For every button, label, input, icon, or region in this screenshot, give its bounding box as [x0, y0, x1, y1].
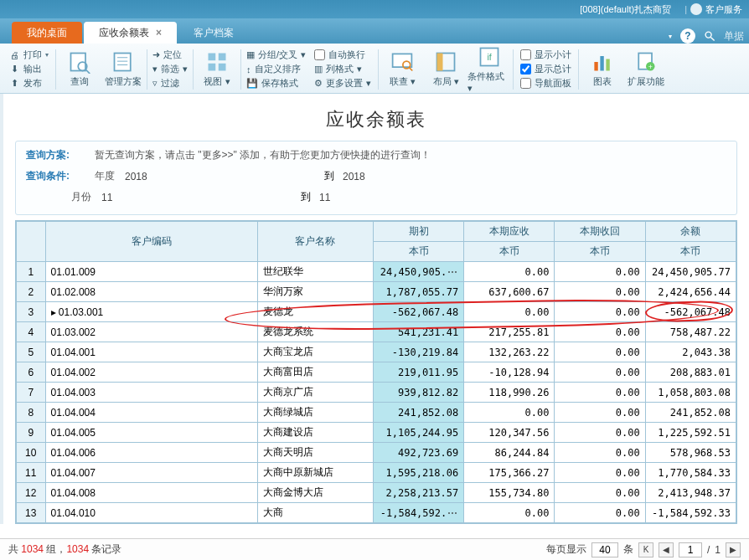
cell-code: 01.04.002: [45, 362, 257, 383]
filter-button[interactable]: ▾筛选▾: [152, 63, 188, 75]
cell-ys: 155,734.80: [464, 483, 555, 503]
cond-format-button[interactable]: if 条件格式 ▾: [467, 45, 511, 94]
group-cross-button[interactable]: ▦分组/交叉▾: [246, 49, 306, 61]
table-row[interactable]: 401.03.002麦德龙系统541,231.41217,255.810.007…: [17, 322, 736, 342]
svg-rect-17: [437, 54, 443, 71]
cell-code: 01.02.008: [45, 282, 257, 302]
extend-icon: +: [634, 50, 658, 74]
save-layout-button[interactable]: 💾保存格式: [246, 77, 306, 90]
chart-button[interactable]: 图表: [581, 50, 624, 88]
publish-icon: ⬆: [8, 78, 20, 90]
cell-sh: 0.00: [555, 443, 645, 463]
tab-ar-balance[interactable]: 应收余额表×: [84, 22, 177, 44]
cell-code: 01.04.003: [45, 383, 257, 403]
lookup-button[interactable]: 联查 ▾: [380, 50, 424, 88]
cell-ys: 0.00: [464, 403, 555, 423]
cell-ys: 132,263.22: [464, 342, 555, 362]
col-benqi-sh[interactable]: 本期收回: [555, 222, 645, 242]
publish-button[interactable]: ⬆发布: [8, 77, 49, 90]
table-row[interactable]: 1101.04.007大商中原新城店1,595,218.06175,366.27…: [17, 463, 736, 483]
cell-qichu: 1,595,218.06: [374, 463, 464, 483]
table-row[interactable]: 601.04.002大商富田店219,011.95-10,128.940.002…: [17, 362, 736, 383]
chart-icon: [591, 50, 614, 74]
col-qichu[interactable]: 期初: [374, 222, 464, 242]
table-row[interactable]: 3▸ 01.03.001麦德龙-562,067.480.000.00-562,0…: [17, 302, 736, 322]
manage-plan-button[interactable]: 管理方案: [101, 50, 145, 88]
cell-qichu: 939,812.82: [374, 383, 464, 403]
locate-button[interactable]: ➜定位: [152, 49, 188, 61]
row-number: 8: [17, 403, 46, 423]
data-grid[interactable]: 客户编码 客户名称 期初 本期应收 本期收回 余额 本币 本币 本币 本币 10…: [15, 220, 737, 524]
svg-text:if: if: [487, 52, 491, 62]
custom-sort-button[interactable]: ↕自定义排序: [246, 63, 306, 75]
row-number: 5: [17, 342, 46, 362]
year-to[interactable]: 2018: [343, 171, 393, 182]
printer-icon: 🖨: [8, 49, 20, 61]
search-icon[interactable]: [704, 30, 715, 42]
ribbon-toolbar: 🖨打印▾ ⬇输出 ⬆发布 查询 管理方案 ➜定位 ▾筛选▾ ▿过滤 视图 ▾ ▦…: [0, 44, 749, 94]
cell-yue: 1,225,592.51: [645, 423, 736, 443]
cell-ys: 118,990.26: [464, 383, 555, 403]
table-row[interactable]: 501.04.001大商宝龙店-130,219.84132,263.220.00…: [17, 342, 736, 362]
save-icon: 💾: [246, 78, 258, 89]
export-button[interactable]: ⬇输出: [8, 63, 49, 75]
col-code[interactable]: 客户编码: [45, 222, 257, 262]
funnel-clear-icon: ▿: [152, 78, 158, 89]
table-row[interactable]: 101.01.009世纪联华24,450,905.⋯0.000.0024,450…: [17, 262, 736, 282]
table-row[interactable]: 701.04.003大商京广店939,812.82118,990.260.001…: [17, 383, 736, 403]
cell-sh: 0.00: [555, 463, 645, 483]
prev-page-button[interactable]: ◀: [659, 542, 674, 557]
show-total-checkbox[interactable]: 显示总计: [520, 63, 571, 75]
title-bar: [008](default)扎杰商贸 | 客户服务: [0, 0, 749, 18]
view-button[interactable]: 视图 ▾: [195, 50, 239, 88]
extend-button[interactable]: + 扩展功能: [624, 50, 668, 88]
table-row[interactable]: 201.02.008华润万家1,787,055.77637,600.670.00…: [17, 282, 736, 302]
table-row[interactable]: 801.04.004大商绿城店241,852.080.000.00241,852…: [17, 403, 736, 423]
svg-rect-11: [209, 64, 216, 71]
col-name[interactable]: 客户名称: [257, 222, 373, 262]
show-subtotal-checkbox[interactable]: 显示小计: [520, 49, 571, 61]
clear-filter-button[interactable]: ▿过滤: [152, 77, 188, 90]
query-plan-text: 暂无查询方案，请点击 "更多>>" 添加，有助于您更加方便快捷的进行查询！: [95, 148, 431, 162]
page-total: 1: [715, 544, 721, 556]
cell-name: 大商中原新城店: [257, 463, 373, 483]
page-number-input[interactable]: [679, 542, 702, 557]
table-row[interactable]: 901.04.005大商建设店1,105,244.95120,347.560.0…: [17, 423, 736, 443]
first-page-button[interactable]: K: [638, 542, 653, 557]
year-from[interactable]: 2018: [125, 171, 175, 182]
table-row[interactable]: 1001.04.006大商天明店492,723.6986,244.840.005…: [17, 443, 736, 463]
query-button[interactable]: 查询: [58, 50, 101, 88]
close-icon[interactable]: ×: [156, 27, 162, 39]
row-number: 10: [17, 443, 46, 463]
layout-button[interactable]: 布局 ▾: [424, 50, 467, 88]
svg-text:+: +: [648, 63, 653, 71]
next-page-button[interactable]: ▶: [726, 542, 741, 557]
col-benqi-ys[interactable]: 本期应收: [464, 222, 555, 242]
cell-yue: 241,852.08: [645, 403, 736, 423]
more-settings-button[interactable]: ⚙更多设置▾: [314, 77, 371, 90]
print-button[interactable]: 🖨打印▾: [8, 49, 49, 61]
page-size-input[interactable]: [591, 542, 618, 557]
cell-code: 01.04.010: [45, 503, 257, 523]
help-icon[interactable]: ?: [680, 28, 695, 44]
cell-name: 大商京广店: [257, 383, 373, 403]
tabs-menu-icon[interactable]: ▾: [669, 33, 672, 40]
col-format-button[interactable]: ▥列格式▾: [314, 63, 371, 75]
auto-wrap-checkbox[interactable]: 自动换行: [314, 49, 371, 61]
cell-qichu: 541,231.41: [374, 322, 464, 342]
col-yue[interactable]: 余额: [645, 222, 736, 242]
svg-rect-20: [594, 62, 597, 71]
nav-pane-checkbox[interactable]: 导航面板: [520, 77, 571, 90]
row-number: 11: [17, 463, 46, 483]
cell-qichu: -1,584,592.⋯: [374, 503, 464, 523]
cell-ys: 175,366.27: [464, 463, 555, 483]
month-from[interactable]: 11: [101, 192, 152, 203]
tab-home[interactable]: 我的桌面: [12, 22, 82, 44]
tab-customer[interactable]: 客户档案: [178, 22, 249, 44]
cell-code: 01.04.008: [45, 483, 257, 503]
cell-name: 大商天明店: [257, 443, 373, 463]
table-row[interactable]: 1201.04.008大商金博大店2,258,213.57155,734.800…: [17, 483, 736, 503]
cell-yue: 2,424,656.44: [645, 282, 736, 302]
table-row[interactable]: 1301.04.010大商-1,584,592.⋯0.000.00-1,584,…: [17, 503, 736, 523]
month-to[interactable]: 11: [319, 192, 369, 203]
